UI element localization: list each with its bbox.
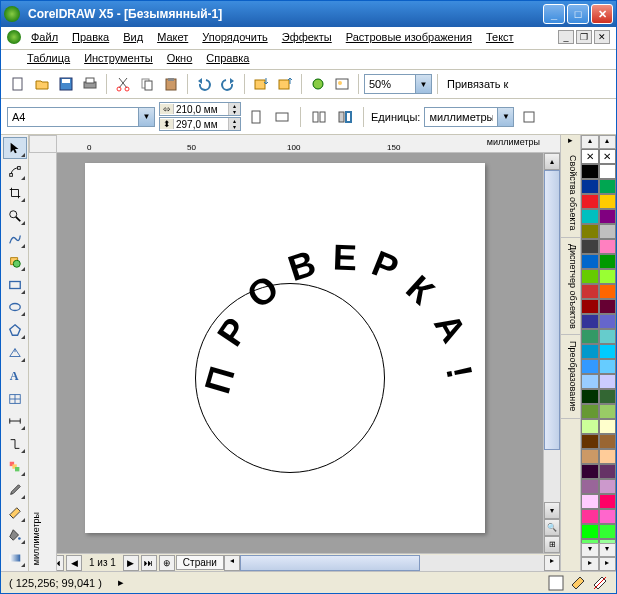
color-swatch[interactable] (581, 374, 599, 389)
palette-flyout-button-2[interactable]: ▸ (599, 557, 617, 571)
smart-fill-tool[interactable] (3, 251, 27, 273)
color-swatch[interactable] (581, 494, 599, 509)
color-swatch[interactable] (599, 194, 617, 209)
zoom-in-button[interactable]: 🔍 (544, 519, 560, 536)
fill-tool[interactable] (3, 525, 27, 547)
spin-down[interactable]: ▾ (228, 124, 240, 130)
canvas-viewport[interactable]: П Р О В Е Р К А ! ▴ ▾ 🔍 (57, 153, 560, 553)
zoom-input[interactable] (365, 75, 415, 93)
paste-button[interactable] (160, 73, 182, 95)
color-swatch[interactable] (581, 164, 599, 179)
undo-button[interactable] (193, 73, 215, 95)
menu-effects[interactable]: Эффекты (276, 29, 338, 45)
palette-up-button[interactable]: ▴ (581, 135, 599, 149)
color-swatch[interactable] (599, 464, 617, 479)
color-swatch[interactable] (581, 524, 599, 539)
color-swatch[interactable] (599, 449, 617, 464)
dimension-tool[interactable] (3, 411, 27, 433)
color-swatch[interactable] (599, 404, 617, 419)
connector-tool[interactable] (3, 433, 27, 455)
paper-combo[interactable]: ▼ (7, 107, 155, 127)
landscape-button[interactable] (271, 106, 293, 128)
color-swatch[interactable] (599, 509, 617, 524)
color-swatch[interactable] (599, 284, 617, 299)
color-swatch[interactable] (599, 239, 617, 254)
menu-text[interactable]: Текст (480, 29, 520, 45)
ruler-corner[interactable] (29, 135, 57, 153)
docker-object-manager[interactable]: Диспетчер объектов (561, 238, 580, 336)
palette-down-button[interactable]: ▾ (581, 543, 599, 557)
docker-collapse-button[interactable]: ▸ (561, 135, 580, 149)
rectangle-tool[interactable] (3, 274, 27, 296)
color-swatch[interactable] (599, 344, 617, 359)
scroll-up-button[interactable]: ▴ (544, 153, 560, 170)
menu-table[interactable]: Таблица (21, 50, 76, 66)
polygon-tool[interactable] (3, 319, 27, 341)
color-swatch[interactable] (599, 254, 617, 269)
new-button[interactable] (7, 73, 29, 95)
zoom-tool[interactable] (3, 205, 27, 227)
color-swatch[interactable] (599, 389, 617, 404)
outline-tool[interactable] (3, 502, 27, 524)
save-button[interactable] (55, 73, 77, 95)
color-swatch[interactable] (581, 359, 599, 374)
swatch-none-2[interactable] (599, 149, 617, 164)
units-combo[interactable]: ▼ (424, 107, 514, 127)
paper-dropdown-icon[interactable]: ▼ (138, 108, 154, 126)
app-launcher-button[interactable] (307, 73, 329, 95)
color-swatch[interactable] (599, 224, 617, 239)
height-field[interactable]: ⬍▴▾ (159, 117, 241, 131)
palette-flyout-button[interactable]: ▸ (581, 557, 599, 571)
spin-down[interactable]: ▾ (228, 109, 240, 115)
menu-bitmaps[interactable]: Растровые изображения (340, 29, 478, 45)
palette-up-button-2[interactable]: ▴ (599, 135, 617, 149)
navigator-button[interactable]: ⊞ (544, 536, 560, 553)
page-tab[interactable]: Страни (176, 555, 224, 570)
color-swatch[interactable] (581, 344, 599, 359)
crop-tool[interactable] (3, 183, 27, 205)
pick-tool[interactable] (3, 137, 27, 159)
eyedropper-tool[interactable] (3, 479, 27, 501)
scroll-right-button[interactable]: ▸ (544, 555, 560, 571)
color-swatch[interactable] (599, 524, 617, 539)
color-swatch[interactable] (581, 434, 599, 449)
palette-down-button-2[interactable]: ▾ (599, 543, 617, 557)
redo-button[interactable] (217, 73, 239, 95)
close-button[interactable]: ✕ (591, 4, 613, 24)
swatch-none[interactable] (581, 149, 599, 164)
table-tool[interactable] (3, 388, 27, 410)
menu-file[interactable]: Файл (25, 29, 64, 45)
color-swatch[interactable] (599, 179, 617, 194)
scroll-down-button[interactable]: ▾ (544, 502, 560, 519)
copy-button[interactable] (136, 73, 158, 95)
print-button[interactable] (79, 73, 101, 95)
color-swatch[interactable] (599, 419, 617, 434)
interactive-fill-tool[interactable] (3, 547, 27, 569)
color-swatch[interactable] (581, 419, 599, 434)
color-swatch[interactable] (581, 329, 599, 344)
shape-tool[interactable] (3, 160, 27, 182)
next-page-button[interactable]: ▶ (123, 555, 139, 571)
blend-tool[interactable] (3, 456, 27, 478)
current-page-button[interactable] (334, 106, 356, 128)
menu-edit[interactable]: Правка (66, 29, 115, 45)
basic-shapes-tool[interactable] (3, 342, 27, 364)
units-dropdown-icon[interactable]: ▼ (497, 108, 513, 126)
color-swatch[interactable] (581, 194, 599, 209)
units-input[interactable] (425, 108, 497, 126)
doc-minimize-button[interactable]: _ (558, 30, 574, 44)
all-pages-button[interactable] (308, 106, 330, 128)
color-swatch[interactable] (581, 509, 599, 524)
add-page-after-button[interactable]: ⊕ (159, 555, 175, 571)
color-swatch[interactable] (599, 299, 617, 314)
doc-close-button[interactable]: ✕ (594, 30, 610, 44)
docker-object-properties[interactable]: Свойства объекта (561, 149, 580, 238)
color-swatch[interactable] (581, 179, 599, 194)
menu-tools[interactable]: Инструменты (78, 50, 159, 66)
color-swatch[interactable] (581, 299, 599, 314)
vertical-scrollbar[interactable]: ▴ ▾ 🔍 ⊞ (543, 153, 560, 553)
prev-page-button[interactable]: ◀ (66, 555, 82, 571)
color-swatch[interactable] (599, 374, 617, 389)
last-page-button[interactable]: ⏭ (141, 555, 157, 571)
text-on-path[interactable]: П Р О В Е Р К А ! (133, 221, 453, 421)
